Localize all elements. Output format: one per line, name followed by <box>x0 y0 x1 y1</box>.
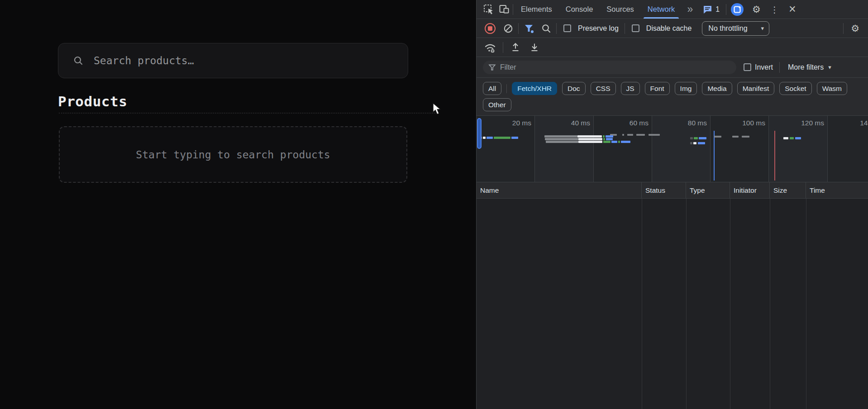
search-results-placeholder: Start typing to search products <box>59 126 407 183</box>
ai-assistance-button[interactable] <box>731 3 744 16</box>
overview-time-label: 80 ms <box>688 119 707 127</box>
requests-table-body[interactable] <box>477 199 868 409</box>
waterfall-bar <box>714 136 721 138</box>
filter-chip-socket[interactable]: Socket <box>779 82 811 95</box>
network-settings-gear-icon[interactable]: ⚙ <box>847 23 863 34</box>
waterfall-bar <box>511 137 518 139</box>
overview-gridline <box>768 116 769 182</box>
issues-button[interactable]: 1 <box>697 5 725 14</box>
waterfall-bar <box>649 134 660 136</box>
waterfall-bar <box>603 135 605 138</box>
divider <box>625 23 625 34</box>
overview-time-label: 140 ms <box>860 119 868 127</box>
search-network-icon[interactable] <box>539 24 553 33</box>
divider <box>556 23 557 34</box>
issues-count: 1 <box>715 5 720 14</box>
waterfall-bar <box>690 142 692 144</box>
kebab-menu-icon[interactable]: ⋮ <box>766 5 783 14</box>
waterfall-bar <box>636 134 645 136</box>
tab-network[interactable]: Network <box>641 0 682 19</box>
filter-chip-all[interactable]: All <box>483 82 501 95</box>
waterfall-bar <box>742 136 749 138</box>
waterfall-bar <box>603 141 610 143</box>
waterfall-bar <box>694 137 698 139</box>
waterfall-bar <box>577 135 602 138</box>
preserve-log-checkbox[interactable] <box>563 24 571 32</box>
disable-cache-label: Disable cache <box>646 24 692 33</box>
domcontentloaded-marker <box>714 131 715 181</box>
filter-chip-other[interactable]: Other <box>483 98 511 111</box>
filter-funnel-icon <box>488 64 496 71</box>
filter-chip-wasm[interactable]: Wasm <box>817 82 847 95</box>
filter-chip-manifest[interactable]: Manifest <box>737 82 775 95</box>
column-header-time[interactable]: Time <box>806 182 868 199</box>
overview-gridline <box>593 116 594 182</box>
mouse-cursor <box>432 103 444 115</box>
overview-time-label: 60 ms <box>630 119 649 127</box>
filter-chip-img[interactable]: Img <box>675 82 697 95</box>
waterfall-bar <box>544 135 577 138</box>
tab-console[interactable]: Console <box>559 0 600 19</box>
overview-gridline <box>827 116 828 182</box>
empty-state-text: Start typing to search products <box>136 149 330 161</box>
overview-time-label: 40 ms <box>571 119 590 127</box>
overview-time-label: 20 ms <box>512 119 531 127</box>
waterfall-bar <box>732 136 739 138</box>
network-filter-bar: Invert More filters ▾ <box>477 57 868 78</box>
record-network-log-button[interactable] <box>485 23 496 34</box>
waterfall-bar <box>618 141 620 143</box>
divider <box>779 62 780 73</box>
screen: Products Start typing to search products <box>0 0 868 409</box>
column-header-status[interactable]: Status <box>642 182 686 199</box>
column-header-size[interactable]: Size <box>770 182 806 199</box>
close-devtools-icon[interactable]: × <box>784 2 801 16</box>
preserve-log-label: Preserve log <box>578 24 619 33</box>
invert-label: Invert <box>755 63 773 71</box>
export-har-icon[interactable] <box>528 42 541 52</box>
filter-chip-js[interactable]: JS <box>621 82 640 95</box>
filter-chip-fetch-xhr[interactable]: Fetch/XHR <box>512 82 557 95</box>
divider <box>726 4 726 15</box>
filter-chip-css[interactable]: CSS <box>591 82 616 95</box>
more-tabs-icon[interactable]: » <box>682 3 696 15</box>
column-header-type[interactable]: Type <box>686 182 730 199</box>
import-har-icon[interactable] <box>509 42 522 52</box>
filter-chip-font[interactable]: Font <box>645 82 670 95</box>
overview-gridline <box>652 116 652 182</box>
column-divider <box>730 199 730 409</box>
filter-input[interactable] <box>500 63 731 71</box>
waterfall-bar <box>606 138 613 140</box>
web-page: Products Start typing to search products <box>0 0 476 409</box>
settings-gear-icon[interactable]: ⚙ <box>748 4 765 15</box>
overview-brush-handle[interactable] <box>477 118 482 149</box>
inspect-element-icon[interactable] <box>481 4 496 14</box>
tab-sources[interactable]: Sources <box>600 0 641 19</box>
disable-cache-checkbox[interactable] <box>632 24 639 32</box>
overview-time-label: 100 ms <box>742 119 765 127</box>
network-overview[interactable]: 20 ms40 ms60 ms80 ms100 ms120 ms140 ms <box>477 116 868 182</box>
filter-chip-doc[interactable]: Doc <box>562 82 586 95</box>
filter-input-pill[interactable] <box>483 61 736 74</box>
throttling-value: No throttling <box>708 24 747 33</box>
column-header-name[interactable]: Name <box>477 182 642 199</box>
device-toolbar-icon[interactable] <box>496 4 512 14</box>
record-square <box>488 26 492 31</box>
invert-checkbox[interactable] <box>744 63 751 71</box>
network-conditions-icon[interactable] <box>483 42 497 53</box>
product-search-input[interactable] <box>94 55 397 67</box>
chip-row-2: Other <box>483 98 862 111</box>
product-search-box[interactable] <box>58 43 408 78</box>
throttling-select[interactable]: No throttling ▾ <box>702 21 769 36</box>
filter-toggle-icon[interactable] <box>522 24 536 33</box>
filter-chip-media[interactable]: Media <box>702 82 732 95</box>
overview-gridline <box>710 116 711 182</box>
overview-gridline <box>534 116 535 182</box>
clear-network-log-icon[interactable] <box>501 24 515 33</box>
tab-elements[interactable]: Elements <box>514 0 559 19</box>
divider <box>518 23 519 34</box>
more-filters-button[interactable]: More filters ▾ <box>788 63 831 71</box>
column-header-initiator[interactable]: Initiator <box>730 182 770 199</box>
waterfall-bar <box>546 141 578 143</box>
column-divider <box>806 199 806 409</box>
divider <box>513 4 513 15</box>
